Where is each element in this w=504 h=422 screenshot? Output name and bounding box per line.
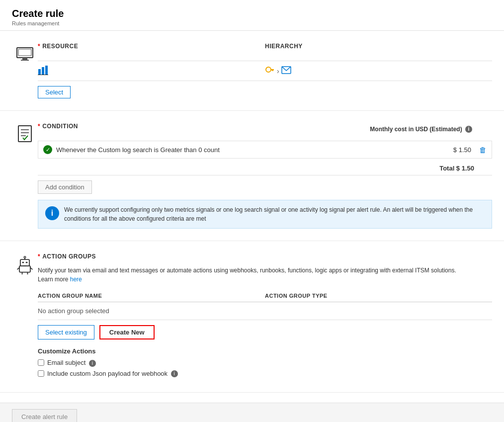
breadcrumb: Rules management xyxy=(12,20,492,26)
page-header: Create rule Rules management xyxy=(0,0,504,31)
svg-rect-17 xyxy=(20,259,29,266)
customize-title: Customize Actions xyxy=(38,347,492,355)
svg-rect-3 xyxy=(21,60,29,61)
condition-body: *CONDITION Monthly cost in USD (Estimate… xyxy=(38,123,492,229)
resource-label: *RESOURCE xyxy=(38,43,265,50)
condition-right: $ 1.50 🗑 xyxy=(431,146,487,154)
create-alert-rule-button: Create alert rule xyxy=(12,409,77,422)
info-banner-text: We currently support configuring only tw… xyxy=(64,205,485,223)
svg-rect-5 xyxy=(42,67,44,75)
ag-col-type: ACTION GROUP TYPE xyxy=(265,293,492,299)
email-subject-checkbox[interactable] xyxy=(38,359,44,366)
email-subject-label: Email subject i xyxy=(47,359,96,367)
resource-bar-chart-icon xyxy=(38,65,265,77)
condition-section: *CONDITION Monthly cost in USD (Estimate… xyxy=(0,111,504,241)
svg-rect-18 xyxy=(22,262,24,263)
json-payload-checkbox[interactable] xyxy=(38,370,44,377)
svg-point-21 xyxy=(24,256,26,258)
select-button[interactable]: Select xyxy=(38,86,71,98)
svg-rect-6 xyxy=(45,66,48,75)
page-title: Create rule xyxy=(12,8,492,19)
resource-icon xyxy=(12,43,38,63)
json-payload-label: Include custom Json payload for webhook … xyxy=(47,370,178,378)
svg-rect-19 xyxy=(26,262,28,263)
email-subject-info-icon: i xyxy=(89,360,96,367)
condition-left: ✓ Whenever the Custom log search is Grea… xyxy=(43,145,220,154)
here-link[interactable]: here xyxy=(70,276,82,283)
main-content: *RESOURCE HIERARCHY xyxy=(0,31,504,403)
chevron-right-icon: › xyxy=(277,67,279,75)
email-subject-row: Email subject i xyxy=(38,359,492,367)
svg-rect-1 xyxy=(18,49,31,56)
svg-rect-2 xyxy=(22,58,27,60)
condition-icon xyxy=(12,123,38,143)
customize-actions: Customize Actions Email subject i Includ… xyxy=(38,347,492,377)
hierarchy-label: HIERARCHY xyxy=(265,43,492,50)
envelope-icon xyxy=(281,66,291,76)
action-groups-label: *ACTION GROUPS xyxy=(38,253,492,260)
action-groups-description: Notify your team via email and text mess… xyxy=(38,266,492,284)
json-payload-row: Include custom Json payload for webhook … xyxy=(38,370,492,378)
ag-empty-message: No action group selected xyxy=(38,302,492,320)
condition-check-icon: ✓ xyxy=(43,145,52,154)
add-condition-button: Add condition xyxy=(38,180,92,194)
create-new-button[interactable]: Create New xyxy=(99,325,155,339)
ag-col-name: ACTION GROUP NAME xyxy=(38,293,265,299)
learn-more-text: Learn more xyxy=(38,276,70,283)
action-groups-body: *ACTION GROUPS Notify your team via emai… xyxy=(38,253,492,380)
resource-section: *RESOURCE HIERARCHY xyxy=(0,31,504,111)
monthly-cost-header: Monthly cost in USD (Estimated) i xyxy=(370,126,492,133)
monthly-cost-info-icon: i xyxy=(465,126,472,133)
key-icon xyxy=(265,65,275,77)
total-row: Total $ 1.50 xyxy=(38,162,492,175)
condition-text: Whenever the Custom log search is Greate… xyxy=(56,146,220,154)
cost-value: $ 1.50 xyxy=(431,146,471,154)
hierarchy-icons: › xyxy=(265,65,492,77)
svg-rect-28 xyxy=(23,265,26,266)
condition-label: *CONDITION xyxy=(38,123,370,130)
info-banner: i We currently support configuring only … xyxy=(38,200,492,229)
action-groups-icon xyxy=(12,253,38,275)
footer: Create alert rule xyxy=(0,403,504,422)
resource-body: *RESOURCE HIERARCHY xyxy=(38,43,492,98)
action-groups-section: *ACTION GROUPS Notify your team via emai… xyxy=(0,241,504,393)
delete-condition-icon[interactable]: 🗑 xyxy=(479,146,487,154)
select-existing-button[interactable]: Select existing xyxy=(38,325,94,339)
svg-rect-22 xyxy=(19,266,30,272)
svg-point-8 xyxy=(266,67,271,72)
resource-icon-row: › xyxy=(38,61,492,81)
svg-rect-4 xyxy=(38,69,41,75)
json-payload-info-icon: i xyxy=(171,370,178,377)
condition-row: ✓ Whenever the Custom log search is Grea… xyxy=(38,141,492,159)
info-banner-icon: i xyxy=(45,206,59,220)
ag-buttons: Select existing Create New xyxy=(38,325,492,339)
action-groups-table-header: ACTION GROUP NAME ACTION GROUP TYPE xyxy=(38,290,492,302)
